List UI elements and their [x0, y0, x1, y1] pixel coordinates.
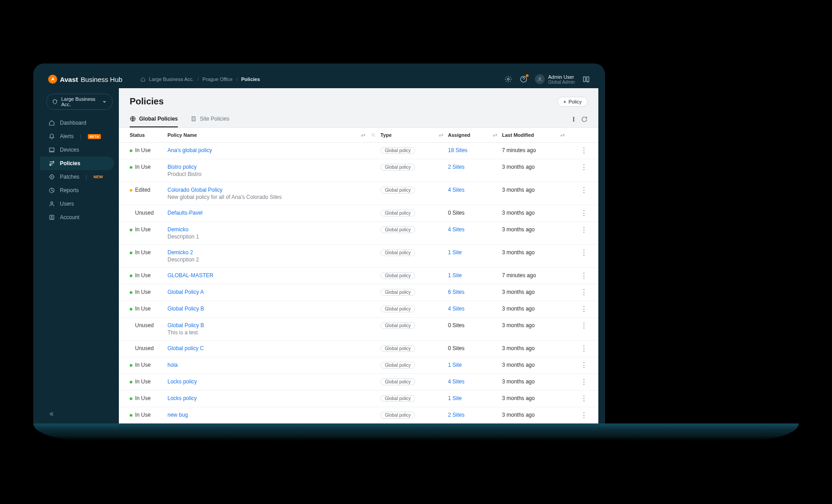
- sidebar-item-label: Policies: [60, 160, 80, 166]
- rename-icon[interactable]: I: [573, 116, 575, 123]
- home-icon[interactable]: [140, 77, 145, 82]
- status-text: Unused: [135, 322, 154, 328]
- row-actions-menu[interactable]: ⋮: [570, 226, 588, 234]
- assigned-link[interactable]: 1 Site: [448, 272, 462, 279]
- sidebar-item-reports[interactable]: Reports: [40, 184, 114, 197]
- layout-icon[interactable]: [582, 75, 590, 83]
- settings-icon[interactable]: [504, 75, 512, 83]
- table-row: UnusedDefaults-PavelGlobal policy0 Sites…: [119, 205, 598, 222]
- policy-description: Description 2: [167, 256, 380, 263]
- sidebar-item-policies[interactable]: Policies: [40, 157, 114, 170]
- policy-name-link[interactable]: Colorado Global Policy: [167, 187, 380, 193]
- sidebar-item-devices[interactable]: Devices: [40, 143, 114, 157]
- row-actions-menu[interactable]: ⋮: [570, 306, 588, 313]
- policy-name-link[interactable]: new bug: [167, 412, 380, 418]
- policy-name-link[interactable]: Demicko 2: [167, 249, 380, 256]
- brand-logo[interactable]: Avast Business Hub: [48, 75, 122, 84]
- policy-name-link[interactable]: Defaults-Pavel: [167, 210, 380, 216]
- sidebar-item-alerts[interactable]: Alerts |BETA: [40, 130, 114, 143]
- row-actions-menu[interactable]: ⋮: [570, 378, 588, 386]
- devices-icon: [48, 147, 55, 153]
- last-modified: 3 months ago: [502, 210, 570, 216]
- row-actions-menu[interactable]: ⋮: [570, 395, 588, 402]
- policy-name-link[interactable]: Global Policy B: [167, 306, 380, 312]
- policy-name-link[interactable]: GLOBAL-MASTER: [167, 272, 380, 279]
- policy-name-link[interactable]: Locks policy: [167, 395, 380, 401]
- row-actions-menu[interactable]: ⋮: [570, 210, 588, 217]
- assigned-link[interactable]: 1 Site: [448, 395, 462, 401]
- user-menu[interactable]: Admin User Global Admin: [535, 74, 575, 85]
- assigned-link[interactable]: 1 Site: [448, 362, 462, 368]
- row-actions-menu[interactable]: ⋮: [570, 249, 588, 256]
- user-name: Admin User: [548, 74, 575, 80]
- sidebar-item-users[interactable]: Users: [40, 197, 114, 211]
- add-policy-button[interactable]: + Policy: [557, 97, 588, 107]
- globe-icon: [130, 116, 136, 122]
- policy-name-link[interactable]: Locks policy: [167, 378, 380, 385]
- sidebar-item-label: Devices: [60, 147, 79, 153]
- refresh-icon[interactable]: [581, 116, 588, 123]
- row-actions-menu[interactable]: ⋮: [570, 412, 588, 419]
- status-dot-icon: [130, 149, 132, 152]
- assigned-link[interactable]: 6 Sites: [448, 289, 465, 295]
- policy-name-link[interactable]: Global Policy B: [167, 322, 380, 328]
- sidebar-item-dashboard[interactable]: Dashboard: [40, 116, 114, 130]
- breadcrumb-item[interactable]: Large Business Acc.: [149, 76, 194, 82]
- svg-rect-5: [50, 148, 54, 151]
- assigned-link[interactable]: 4 Sites: [448, 226, 465, 233]
- assigned-link[interactable]: 1 Site: [448, 249, 462, 256]
- column-assigned[interactable]: Assigned▴▾: [448, 132, 502, 138]
- row-actions-menu[interactable]: ⋮: [570, 345, 588, 352]
- alerts-icon: [48, 133, 55, 140]
- sidebar-item-patches[interactable]: Patches |NEW: [40, 170, 114, 184]
- last-modified: 3 months ago: [502, 164, 570, 170]
- assigned-link[interactable]: 2 Sites: [448, 164, 465, 170]
- column-policy-name[interactable]: Policy Name ▴▾: [167, 132, 380, 138]
- row-actions-menu[interactable]: ⋮: [570, 289, 588, 296]
- policy-name-link[interactable]: Ana's global policy: [167, 147, 380, 153]
- row-actions-menu[interactable]: ⋮: [570, 272, 588, 279]
- policy-name-link[interactable]: Global Policy A: [167, 289, 380, 295]
- collapse-sidebar-button[interactable]: [48, 411, 119, 417]
- type-badge: Global policy: [380, 412, 415, 418]
- assigned-link[interactable]: 4 Sites: [448, 378, 465, 385]
- last-modified: 3 months ago: [502, 362, 570, 368]
- policy-name-link[interactable]: Bistro policy: [167, 164, 380, 170]
- tab-global-policies[interactable]: Global Policies: [130, 112, 178, 127]
- column-last-modified[interactable]: Last Modified▴▾: [502, 132, 570, 138]
- chevron-down-icon: [102, 99, 107, 104]
- column-type[interactable]: Type▴▾: [380, 132, 448, 138]
- row-actions-menu[interactable]: ⋮: [570, 362, 588, 369]
- status-text: In Use: [135, 226, 151, 233]
- policy-name-link[interactable]: hola: [167, 362, 380, 368]
- status-text: In Use: [135, 272, 151, 279]
- row-actions-menu[interactable]: ⋮: [570, 322, 588, 329]
- status-text: In Use: [135, 306, 151, 312]
- svg-rect-4: [587, 77, 589, 82]
- policy-name-link[interactable]: Global policy C: [167, 345, 380, 351]
- tab-site-policies[interactable]: Site Policies: [190, 112, 229, 127]
- search-icon[interactable]: [371, 133, 376, 138]
- help-icon[interactable]: [520, 75, 528, 83]
- sidebar-item-label: Alerts: [60, 133, 74, 140]
- type-badge: Global policy: [380, 249, 415, 256]
- row-actions-menu[interactable]: ⋮: [570, 164, 588, 171]
- assigned-link[interactable]: 2 Sites: [448, 412, 465, 418]
- building-icon: [190, 116, 197, 122]
- assigned-link[interactable]: 4 Sites: [448, 187, 465, 193]
- type-badge: Global policy: [380, 147, 415, 154]
- table-row: UnusedGlobal policy CGlobal policy0 Site…: [119, 341, 598, 357]
- row-actions-menu[interactable]: ⋮: [570, 187, 588, 194]
- policy-name-link[interactable]: Demicko: [167, 226, 380, 233]
- assigned-link[interactable]: 4 Sites: [448, 306, 465, 312]
- svg-point-0: [507, 78, 509, 80]
- breadcrumb-item[interactable]: Prague Office: [203, 76, 233, 82]
- row-actions-menu[interactable]: ⋮: [570, 147, 588, 154]
- account-selector[interactable]: Large Business Acc.: [46, 94, 113, 110]
- type-badge: Global policy: [380, 187, 415, 194]
- assigned-link[interactable]: 18 Sites: [448, 147, 467, 153]
- sidebar-item-label: Reports: [60, 187, 79, 194]
- sort-icon: ▴▾: [493, 134, 497, 136]
- column-status[interactable]: Status: [130, 132, 167, 138]
- sidebar-item-account[interactable]: Account: [40, 211, 114, 224]
